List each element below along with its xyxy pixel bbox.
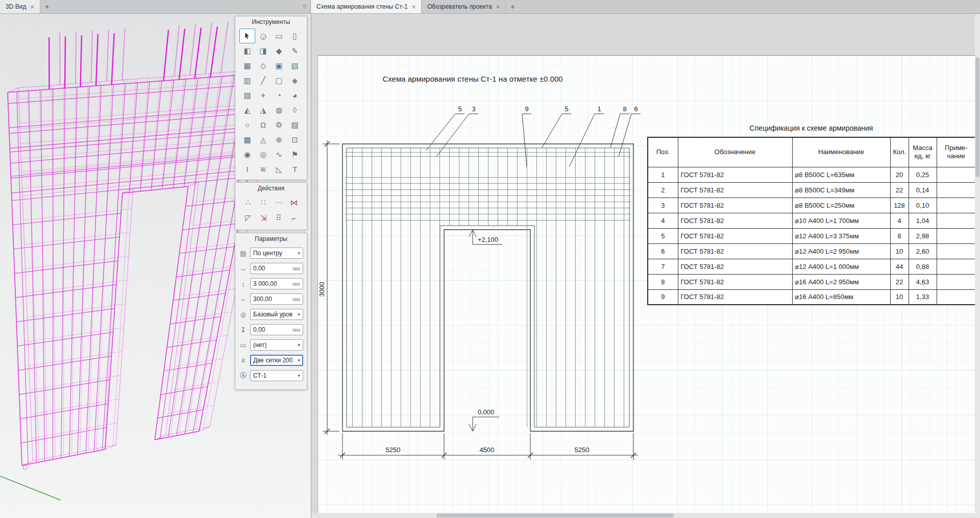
slab-tool-icon[interactable]: ◨ <box>255 43 271 58</box>
path-array-action-icon[interactable]: ⋯ <box>271 195 286 210</box>
region-tool-icon[interactable]: ▭ <box>271 29 287 43</box>
base-level-select[interactable]: Базовый уров▾ <box>250 309 303 320</box>
placement-select[interactable]: По центру▾ <box>250 248 303 259</box>
close-icon[interactable]: × <box>30 4 34 10</box>
reinforcement-select[interactable]: Две сетки 200▾ <box>250 355 303 366</box>
plate-tool-icon[interactable]: ◈ <box>287 73 303 88</box>
column-tool-icon[interactable]: ◇ <box>255 58 271 73</box>
action-grid: ∴∷⋯⋈◸⇲⠿⌐ <box>235 194 307 226</box>
rebar-tool-icon[interactable]: ◍ <box>271 103 287 117</box>
spline-tool-icon[interactable]: ∿ <box>271 147 287 162</box>
prism-tool-icon[interactable]: ◮ <box>255 103 271 117</box>
offset-action-icon[interactable]: ◸ <box>240 210 256 226</box>
elevation-tool-icon[interactable]: ◉ <box>239 147 255 162</box>
unit-label: мм <box>292 327 300 333</box>
vertical-scrollbar[interactable] <box>975 14 980 518</box>
tabstrip-documents: Схема армирования стены Ст-1 × Обозреват… <box>311 0 980 13</box>
spec-cell: 5 <box>648 228 678 243</box>
tab-project-explorer[interactable]: Обозреватель проекта × <box>422 0 506 13</box>
offset-input[interactable]: 0,00мм <box>250 263 303 274</box>
mesh-tool-icon[interactable]: ◊ <box>287 103 303 117</box>
triangle-tool-icon[interactable]: ◺ <box>271 162 287 177</box>
height-input[interactable]: 3 000,00мм <box>250 278 303 289</box>
align-action-icon[interactable]: ⌐ <box>286 210 302 226</box>
rect-array-action-icon[interactable]: ∷ <box>256 195 271 210</box>
viewport-3d[interactable]: Инструменты ◶▭▯◧◨◆✎▦◇▣▤▥╱▢◈▧⌖◔◕◭◮◍◊○Ω⚙▨▩… <box>0 14 311 518</box>
new-tab-button[interactable]: + <box>40 0 54 13</box>
actions-panel: Действия ∴∷⋯⋈◸⇲⠿⌐ <box>235 182 307 230</box>
door-tool-icon[interactable]: ▤ <box>287 58 303 73</box>
railing-tool-icon[interactable]: ▥ <box>239 73 255 88</box>
table-tool-icon[interactable]: ▩ <box>239 132 255 147</box>
hatch-tool-icon[interactable]: ▨ <box>287 117 303 132</box>
style-select[interactable]: СТ-1▾ <box>250 370 303 381</box>
scrollbar-thumb[interactable] <box>975 57 979 177</box>
level-offset-input[interactable]: 0,00мм <box>250 324 303 335</box>
roof-tool-icon[interactable]: ◆ <box>271 43 287 58</box>
spec-cell: 3 <box>648 198 678 213</box>
sector-tool-icon[interactable]: ◕ <box>287 88 303 103</box>
section-tool-icon[interactable]: ⊡ <box>287 132 303 147</box>
spec-cell <box>937 274 976 289</box>
hole-tool-icon[interactable]: Ω <box>255 117 271 132</box>
window-tool-icon[interactable]: ▣ <box>271 58 287 73</box>
linear-array-action-icon[interactable]: ∴ <box>240 195 256 210</box>
move-action-icon[interactable]: ⇲ <box>256 210 271 226</box>
spec-cell: 4 <box>890 213 909 228</box>
matrix-action-icon[interactable]: ⠿ <box>271 210 286 226</box>
origin-node[interactable] <box>23 465 27 470</box>
target-tool-icon[interactable]: ◎ <box>255 147 271 162</box>
spec-cell: 20 <box>890 167 909 182</box>
tab-rebar-scheme[interactable]: Схема армирования стены Ст-1 × <box>311 0 422 13</box>
select-tool-icon[interactable] <box>239 29 255 43</box>
specification-table: Поз.ОбозначениеНаименованиеКол.Масса ед,… <box>647 137 976 305</box>
callout-number: 1 <box>597 105 601 113</box>
tool-grid: ◶▭▯◧◨◆✎▦◇▣▤▥╱▢◈▧⌖◔◕◭◮◍◊○Ω⚙▨▩◬⊕⊡◉◎∿⚑I≋◺T <box>235 28 307 177</box>
position-callouts: 5395186 <box>426 105 641 167</box>
thickness-input[interactable]: 300,00мм <box>250 293 303 305</box>
node-tool-icon[interactable]: ⊕ <box>271 132 287 147</box>
tab-3d-view[interactable]: 3D Вид × <box>0 0 40 13</box>
ellipse-tool-icon[interactable]: ○ <box>239 117 255 132</box>
opening-tool-icon[interactable]: ▯ <box>287 29 303 43</box>
spec-cell: ГОСТ 5781-82 <box>678 289 792 305</box>
parameters-panel-title: Параметры <box>235 233 307 244</box>
close-icon[interactable]: × <box>496 4 500 10</box>
mirror-action-icon[interactable]: ⋈ <box>286 195 302 210</box>
marker-tool-icon[interactable]: ◬ <box>255 132 271 147</box>
elevation-marks <box>469 230 502 431</box>
spec-cell: 1,33 <box>909 289 937 305</box>
spec-cell: ⌀8 В500С L=250мм <box>792 198 890 213</box>
scrollbar-thumb[interactable] <box>436 513 674 517</box>
new-tab-button[interactable]: + <box>506 0 519 13</box>
arc-tool-icon[interactable]: ◔ <box>271 88 287 103</box>
grid-tool-icon[interactable]: ▦ <box>239 58 255 73</box>
level-icon: ◎ <box>239 311 248 318</box>
chevron-down-icon: ▾ <box>298 373 300 378</box>
beam-tool-icon[interactable]: ▢ <box>271 73 287 88</box>
text-tool-icon[interactable]: T <box>287 162 303 177</box>
horizontal-scrollbar[interactable] <box>311 513 975 518</box>
callout-number: 6 <box>634 105 638 113</box>
measure-tool-icon[interactable]: ◶ <box>255 29 271 43</box>
drawing-pane[interactable]: 5395186 Схема армирования стены Ст-1 на … <box>311 14 980 518</box>
tab-label: 3D Вид <box>6 3 26 10</box>
close-icon[interactable]: × <box>412 4 416 10</box>
ramp-tool-icon[interactable]: ◭ <box>239 103 255 117</box>
spec-cell: 10 <box>890 243 909 259</box>
line-tool-icon[interactable]: ╱ <box>255 73 271 88</box>
settings-tool-icon[interactable]: ⚙ <box>271 117 287 132</box>
profile-tool-icon[interactable]: I <box>239 162 255 177</box>
spec-cell: 6 <box>648 243 678 259</box>
draw-tool-icon[interactable]: ✎ <box>287 43 303 58</box>
axis-tool-icon[interactable]: ⌖ <box>255 88 271 103</box>
rebar-lines[interactable] <box>345 148 631 427</box>
tab-overflow-icon[interactable]: ▽ <box>303 0 306 13</box>
stair-tool-icon[interactable]: ▧ <box>239 88 255 103</box>
spec-cell: 10 <box>890 289 909 305</box>
parameter-rows: ▤По центру▾↔0,00мм↕3 000,00мм⇔300,00мм◎Б… <box>235 244 307 383</box>
wall-tool-icon[interactable]: ◧ <box>239 43 255 58</box>
material-select[interactable]: (нет)▾ <box>250 339 303 351</box>
wave-tool-icon[interactable]: ≋ <box>255 162 271 177</box>
flag-tool-icon[interactable]: ⚑ <box>287 147 303 162</box>
